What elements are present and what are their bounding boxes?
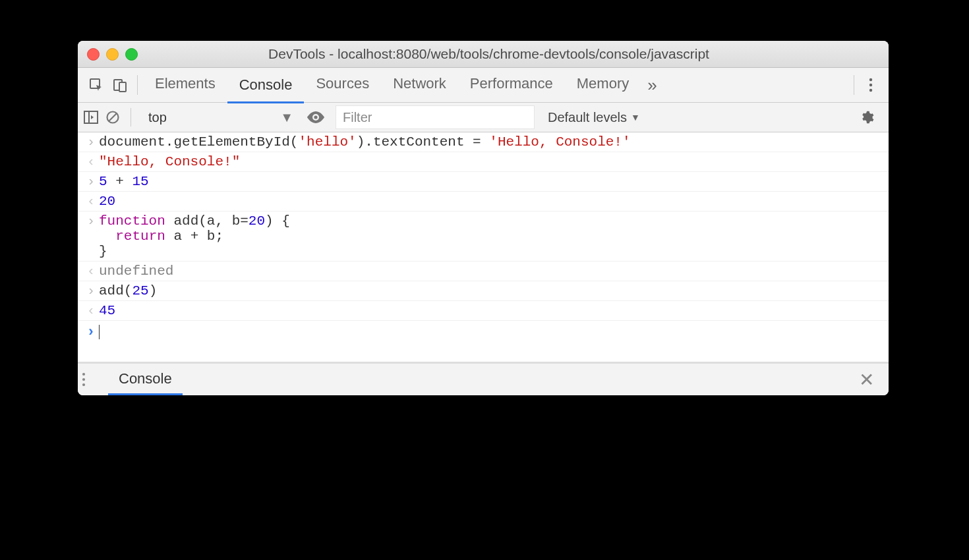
log-levels-label: Default levels xyxy=(548,110,627,125)
log-levels-selector[interactable]: Default levels ▼ xyxy=(548,110,640,125)
console-settings-icon[interactable] xyxy=(850,110,883,125)
separator xyxy=(131,108,131,126)
devtools-window: DevTools - localhost:8080/web/tools/chro… xyxy=(78,41,889,395)
dropdown-caret-icon: ▼ xyxy=(631,112,640,123)
input-chevron-icon: › xyxy=(83,134,99,150)
window-minimize-button[interactable] xyxy=(106,48,119,61)
execution-context-selector[interactable]: top ▼ xyxy=(142,107,300,127)
console-sidebar-toggle-icon[interactable] xyxy=(83,110,99,125)
console-toolbar: top ▼ Default levels ▼ xyxy=(78,103,889,132)
execution-context-label: top xyxy=(148,110,167,125)
svg-point-13 xyxy=(82,383,85,386)
tab-sources[interactable]: Sources xyxy=(304,67,381,101)
code-line: function add(a, b=20) { return a + b; } xyxy=(99,213,290,259)
drawer: Console ✕ xyxy=(78,362,889,395)
svg-point-5 xyxy=(869,89,872,92)
prompt-chevron-icon: › xyxy=(83,323,99,340)
console-output-row: ‹45 xyxy=(78,301,889,321)
input-chevron-icon: › xyxy=(83,283,99,298)
input-chevron-icon: › xyxy=(83,174,99,189)
dropdown-caret-icon: ▼ xyxy=(280,110,293,125)
code-line: 45 xyxy=(99,303,115,318)
separator xyxy=(854,75,854,95)
console-input-row: ›document.getElementById('hello').textCo… xyxy=(78,132,889,152)
output-chevron-icon: ‹ xyxy=(83,264,99,279)
code-line: 20 xyxy=(99,194,115,209)
drawer-tab-console[interactable]: Console xyxy=(108,364,183,395)
drawer-close-icon[interactable]: ✕ xyxy=(848,369,885,391)
svg-point-12 xyxy=(82,378,85,381)
code-line: add(25) xyxy=(99,283,157,298)
console-output-row: ‹20 xyxy=(78,192,889,211)
output-chevron-icon: ‹ xyxy=(83,154,99,169)
code-line: undefined xyxy=(99,264,173,279)
svg-point-10 xyxy=(314,115,317,119)
svg-line-9 xyxy=(109,113,117,121)
tab-console[interactable]: Console xyxy=(227,67,305,103)
output-chevron-icon: ‹ xyxy=(83,194,99,209)
live-expression-icon[interactable] xyxy=(307,111,329,123)
svg-point-11 xyxy=(82,373,85,376)
code-line: 5 + 15 xyxy=(99,174,149,189)
output-chevron-icon: ‹ xyxy=(83,303,99,318)
separator xyxy=(137,75,138,95)
svg-rect-2 xyxy=(119,82,126,92)
code-line: "Hello, Console!" xyxy=(99,154,240,169)
console-output-row: ‹undefined xyxy=(78,262,889,281)
window-zoom-button[interactable] xyxy=(125,48,138,61)
svg-point-4 xyxy=(869,84,872,86)
tabs-overflow-button[interactable]: » xyxy=(641,75,663,96)
tab-performance[interactable]: Performance xyxy=(458,67,565,101)
console-input[interactable] xyxy=(99,323,100,340)
console-input-row: ›5 + 15 xyxy=(78,172,889,192)
clear-console-icon[interactable] xyxy=(105,110,120,125)
code-line: document.getElementById('hello').textCon… xyxy=(99,134,631,150)
console-input-row: ›add(25) xyxy=(78,281,889,301)
svg-point-3 xyxy=(869,78,872,81)
devtools-tabstrip: ElementsConsoleSourcesNetworkPerformance… xyxy=(78,68,889,103)
device-toolbar-icon[interactable] xyxy=(108,73,132,97)
window-titlebar: DevTools - localhost:8080/web/tools/chro… xyxy=(78,41,889,68)
tab-memory[interactable]: Memory xyxy=(565,67,641,101)
tab-network[interactable]: Network xyxy=(381,67,458,101)
inspect-element-icon[interactable] xyxy=(84,73,108,97)
drawer-menu-button[interactable] xyxy=(82,372,105,387)
window-title: DevTools - localhost:8080/web/tools/chro… xyxy=(144,46,879,62)
console-prompt-row[interactable]: › xyxy=(78,321,889,342)
window-close-button[interactable] xyxy=(87,48,100,61)
console-input-row: ›function add(a, b=20) { return a + b; } xyxy=(78,211,889,262)
console-spacer xyxy=(78,342,889,362)
console-filter-input[interactable] xyxy=(336,105,535,129)
tab-elements[interactable]: Elements xyxy=(143,67,227,101)
devtools-menu-button[interactable] xyxy=(860,77,882,93)
console-output: ›document.getElementById('hello').textCo… xyxy=(78,132,889,321)
console-output-row: ‹"Hello, Console!" xyxy=(78,152,889,172)
input-chevron-icon: › xyxy=(83,213,99,259)
